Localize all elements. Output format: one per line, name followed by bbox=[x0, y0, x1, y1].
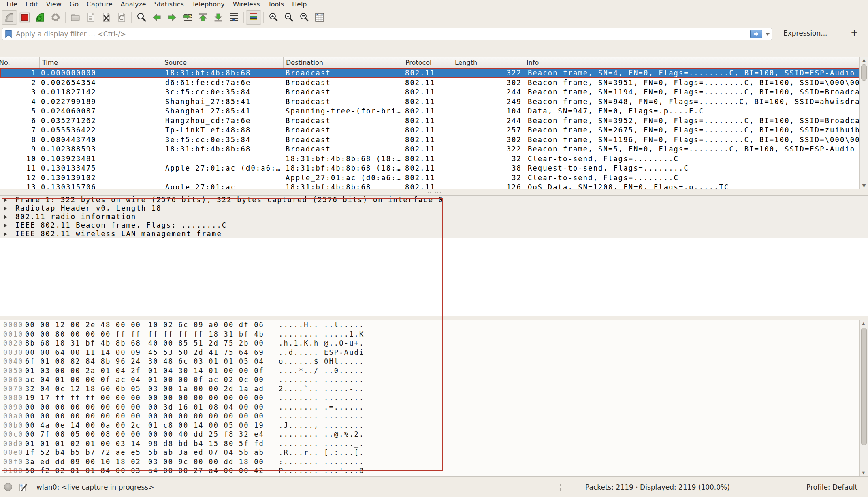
menu-help[interactable]: Help bbox=[288, 0, 311, 9]
hex-row[interactable]: 0010 00 00 80 00 00 00 ff ff ff ff ff ff… bbox=[0, 330, 868, 339]
column-header-source[interactable]: Source bbox=[162, 57, 284, 68]
menu-file[interactable]: File bbox=[2, 0, 21, 9]
auto-scroll-button[interactable] bbox=[226, 10, 241, 25]
packet-row[interactable]: 2 0.002654354 d6:61:fe:cd:7a:6e Broadcas… bbox=[0, 78, 859, 88]
hex-row[interactable]: 0060 ac 04 01 00 00 0f ac 04 01 00 00 0f… bbox=[0, 375, 868, 384]
go-back-button[interactable] bbox=[149, 10, 164, 25]
detail-row[interactable]: IEEE 802.11 wireless LAN management fram… bbox=[0, 230, 868, 238]
colorize-packets-button[interactable] bbox=[246, 10, 261, 25]
packet-row[interactable]: 10 0.103923481 18:31:bf:4b:8b:68 (18:… 8… bbox=[0, 154, 859, 164]
column-header-length[interactable]: Length bbox=[452, 57, 524, 68]
hex-row[interactable]: 0050 01 03 00 00 2a 01 04 2f 01 04 30 14… bbox=[0, 366, 868, 375]
go-last-packet-button[interactable] bbox=[211, 10, 226, 25]
expand-arrow-icon[interactable] bbox=[4, 224, 7, 228]
packet-row[interactable]: 7 0.055536422 Tp-LinkT_ef:48:88 Broadcas… bbox=[0, 126, 859, 135]
menu-go[interactable]: Go bbox=[66, 0, 83, 9]
cell-source: Hangzhou_cd:7a:6e bbox=[162, 116, 284, 126]
menu-edit[interactable]: Edit bbox=[21, 0, 42, 9]
capture-options-button[interactable] bbox=[48, 10, 63, 25]
go-forward-button[interactable] bbox=[164, 10, 180, 25]
scroll-up-arrow[interactable]: ▲ bbox=[860, 57, 868, 64]
menu-capture[interactable]: Capture bbox=[83, 0, 117, 9]
hex-row[interactable]: 00c0 00 7f 08 05 00 08 00 00 00 00 40 dd… bbox=[0, 430, 868, 439]
hex-row[interactable]: 00a0 00 00 00 00 00 00 00 00 00 00 00 00… bbox=[0, 412, 868, 421]
scroll-down-arrow[interactable]: ▼ bbox=[860, 183, 868, 189]
zoom-out-button[interactable] bbox=[281, 10, 296, 25]
close-file-button[interactable] bbox=[98, 10, 114, 25]
profile-status[interactable]: Profile: Default bbox=[806, 483, 857, 491]
ascii-left: o......$ bbox=[279, 357, 319, 366]
find-packet-button[interactable] bbox=[134, 10, 149, 25]
expression-button[interactable]: Expression... bbox=[783, 29, 827, 37]
menu-tools[interactable]: Tools bbox=[264, 0, 288, 9]
hex-row[interactable]: 00e0 1f 52 b4 b5 b7 72 ae e5 5b ab 3a ed… bbox=[0, 448, 868, 457]
packet-row[interactable]: 6 0.035271262 Hangzhou_cd:7a:6e Broadcas… bbox=[0, 116, 859, 126]
packet-row[interactable]: 12 0.130139102 Apple_27:01:ac (d0:a6:… 8… bbox=[0, 173, 859, 183]
capture-comment-icon[interactable] bbox=[19, 482, 28, 494]
detail-row[interactable]: IEEE 802.11 Beacon frame, Flags: .......… bbox=[0, 221, 868, 230]
hex-row[interactable]: 00f0 3a ed dd 09 00 10 18 02 03 00 9c 00… bbox=[0, 457, 868, 467]
scrollbar-thumb[interactable] bbox=[861, 64, 867, 81]
packet-row[interactable]: 11 0.130133475 Apple_27:01:ac (d0:a6:… 1… bbox=[0, 164, 859, 173]
open-file-button[interactable] bbox=[68, 10, 83, 25]
hex-row[interactable]: 0070 32 04 0c 12 18 60 0b 05 03 00 1a 00… bbox=[0, 384, 868, 394]
detail-row[interactable]: Radiotap Header v0, Length 18 bbox=[0, 204, 868, 213]
hex-row[interactable]: 0030 00 00 64 00 11 14 00 09 45 53 50 2d… bbox=[0, 348, 868, 357]
restart-capture-button[interactable] bbox=[32, 10, 48, 25]
column-header-info[interactable]: Info bbox=[524, 57, 859, 68]
apply-filter-button[interactable] bbox=[750, 30, 762, 38]
expand-arrow-icon[interactable] bbox=[4, 215, 7, 219]
start-capture-button[interactable] bbox=[2, 10, 17, 25]
hex-bytes-right: 01 00 00 0f ac 02 0c 00 bbox=[148, 375, 264, 384]
column-header-protocol[interactable]: Protocol bbox=[403, 57, 452, 68]
expand-arrow-icon[interactable] bbox=[4, 232, 7, 236]
hex-row[interactable]: 0090 00 00 00 00 00 00 00 00 00 3d 16 01… bbox=[0, 403, 868, 412]
filter-bookmark-icon[interactable] bbox=[4, 30, 13, 38]
save-file-button[interactable] bbox=[83, 10, 98, 25]
packet-list-scrollbar[interactable]: ▲ ▼ bbox=[859, 57, 868, 189]
detail-row[interactable]: 802.11 radio information bbox=[0, 213, 868, 221]
list-details-splitter[interactable] bbox=[0, 189, 868, 196]
menu-statistics[interactable]: Statistics bbox=[150, 0, 188, 9]
go-first-packet-button[interactable] bbox=[195, 10, 211, 25]
capture-status-led[interactable] bbox=[4, 483, 12, 491]
hex-row[interactable]: 00d0 01 01 01 02 01 00 03 14 98 d8 bd b4… bbox=[0, 439, 868, 448]
packet-counts-status: Packets: 2119 · Displayed: 2119 (100.0%) bbox=[585, 483, 730, 491]
ascii-right: 0Hl..... bbox=[324, 357, 364, 366]
menu-view[interactable]: View bbox=[42, 0, 66, 9]
hex-row[interactable]: 00b0 00 4a 0e 14 00 0a 00 2c 01 c8 00 14… bbox=[0, 421, 868, 430]
menu-wireless[interactable]: Wireless bbox=[229, 0, 264, 9]
menu-analyze[interactable]: Analyze bbox=[117, 0, 150, 9]
stop-capture-button[interactable] bbox=[17, 10, 32, 25]
go-to-packet-button[interactable] bbox=[180, 10, 195, 25]
hex-row[interactable]: 0080 19 17 ff ff ff 00 00 00 00 00 00 00… bbox=[0, 393, 868, 403]
hex-row[interactable]: 0000 00 00 12 00 2e 48 00 00 10 02 6c 09… bbox=[0, 320, 868, 330]
filter-history-caret[interactable] bbox=[766, 33, 770, 36]
reload-file-button[interactable] bbox=[114, 10, 129, 25]
add-filter-button[interactable]: + bbox=[851, 28, 858, 38]
display-filter-input[interactable]: Apply a display filter ... <Ctrl-/> bbox=[2, 28, 772, 40]
packet-row[interactable]: 4 0.022799189 Shanghai_27:85:41 Broadcas… bbox=[0, 97, 859, 107]
packet-row[interactable]: 8 0.080443740 3e:f5:cc:0e:35:84 Broadcas… bbox=[0, 135, 859, 145]
detail-row[interactable]: Frame 1: 322 bytes on wire (2576 bits), … bbox=[0, 196, 868, 204]
cell-source: Tp-LinkT_ef:48:88 bbox=[162, 126, 284, 135]
column-header-destination[interactable]: Destination bbox=[284, 57, 403, 68]
hex-row[interactable]: 0020 8b 68 18 31 bf 4b 8b 68 40 00 85 51… bbox=[0, 339, 868, 348]
expand-arrow-icon[interactable] bbox=[4, 207, 7, 211]
packet-row[interactable]: 13 0.130315706 Apple_27:01:ac 18:31:bf:4… bbox=[0, 183, 859, 189]
expand-arrow-icon[interactable] bbox=[4, 198, 7, 202]
hex-row[interactable]: 0100 50 f2 02 01 01 84 00 03 a4 00 00 27… bbox=[0, 466, 868, 476]
packet-row[interactable]: 3 0.011827142 3c:f5:cc:0e:35:84 Broadcas… bbox=[0, 87, 859, 97]
details-bytes-splitter[interactable] bbox=[0, 316, 868, 320]
zoom-reset-button[interactable] bbox=[296, 10, 312, 25]
packet-row[interactable]: 9 0.102388593 18:31:bf:4b:8b:68 Broadcas… bbox=[0, 145, 859, 154]
menu-telephony[interactable]: Telephony bbox=[188, 0, 229, 9]
zoom-in-button[interactable] bbox=[266, 10, 281, 25]
packet-row[interactable]: 5 0.024060087 Shanghai_27:85:41 Spanning… bbox=[0, 107, 859, 116]
cell-no: 5 bbox=[0, 107, 40, 116]
hex-row[interactable]: 0040 6f 01 08 82 84 8b 96 24 30 48 6c 03… bbox=[0, 357, 868, 366]
column-header-no[interactable]: No. bbox=[0, 57, 40, 68]
column-header-time[interactable]: Time bbox=[40, 57, 162, 68]
packet-row[interactable]: 1 0.000000000 18:31:bf:4b:8b:68 Broadcas… bbox=[0, 68, 859, 78]
resize-columns-button[interactable] bbox=[312, 10, 327, 25]
